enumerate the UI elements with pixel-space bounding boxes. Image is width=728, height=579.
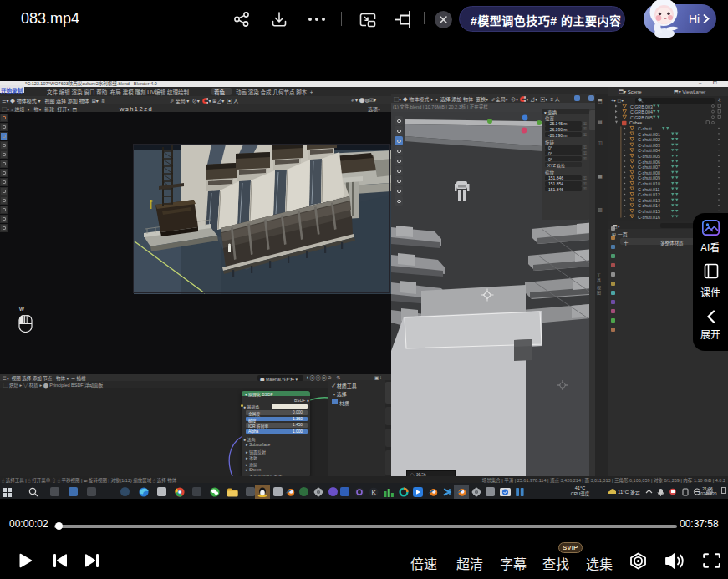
svg-text:C-zhuti.012: C-zhuti.012 xyxy=(638,192,660,197)
svg-text:C-zhuti.001: C-zhuti.001 xyxy=(638,132,660,137)
svg-text:C-zhuti.005: C-zhuti.005 xyxy=(638,154,660,159)
svg-text:C-zhuti.016: C-zhuti.016 xyxy=(638,215,660,220)
svg-text:K: K xyxy=(371,489,376,496)
svg-text:C.GRB.005: C.GRB.005 xyxy=(630,115,653,120)
svg-text:C.GRB.004: C.GRB.004 xyxy=(630,109,653,114)
svg-text:C-zhuti.010: C-zhuti.010 xyxy=(638,181,660,186)
svg-text:C-zhuti.004: C-zhuti.004 xyxy=(638,148,660,153)
svg-text:C-zhuti.015: C-zhuti.015 xyxy=(638,209,660,214)
svg-text:C-zhuti.002: C-zhuti.002 xyxy=(638,137,660,142)
svg-text:C-zhuti.008: C-zhuti.008 xyxy=(638,170,660,175)
svg-text:C.GRB.003: C.GRB.003 xyxy=(630,104,653,109)
svg-text:C-zhuti: C-zhuti xyxy=(638,126,652,131)
svg-text:C-zhuti.007: C-zhuti.007 xyxy=(638,165,660,170)
svg-text:C-zhuti.014: C-zhuti.014 xyxy=(638,203,660,208)
svg-text:C-zhuti.003: C-zhuti.003 xyxy=(638,143,660,148)
svg-text:C-zhuti.006: C-zhuti.006 xyxy=(638,160,660,165)
svg-text:C-zhuti.011: C-zhuti.011 xyxy=(638,187,660,192)
svg-text:Cubes: Cubes xyxy=(629,120,643,125)
svg-text:C-zhuti.009: C-zhuti.009 xyxy=(638,175,660,180)
svg-text:C-zhuti.013: C-zhuti.013 xyxy=(638,198,660,203)
